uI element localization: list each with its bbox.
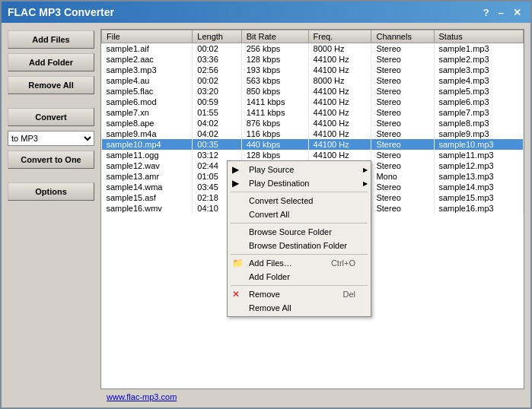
- add-files-button[interactable]: Add Files: [8, 30, 94, 49]
- cell-channels: Stereo: [371, 182, 434, 192]
- cell-channels: Stereo: [371, 86, 434, 97]
- cell-file: sample4.au: [102, 75, 193, 86]
- cell-file: sample2.aac: [102, 54, 193, 65]
- menu-separator: [231, 192, 368, 192]
- cell-file: sample1.aif: [102, 43, 193, 55]
- cell-status: sample11.mp3: [434, 150, 524, 160]
- spacer2: [8, 173, 94, 178]
- cell-status: sample6.mp3: [434, 97, 524, 107]
- menu-item-label: Browse Source Folder: [249, 227, 332, 236]
- cell-length: 02:56: [193, 65, 241, 75]
- cell-freq: 44100 Hz: [308, 54, 371, 65]
- cell-freq: 44100 Hz: [308, 118, 371, 128]
- cell-file: sample16.wmv: [102, 203, 193, 214]
- format-select[interactable]: to MP3to WAVto FLACto AACto OGG: [8, 131, 94, 146]
- add-folder-button[interactable]: Add Folder: [8, 53, 94, 71]
- website-link[interactable]: www.flac-mp3.com: [100, 388, 183, 406]
- col-file: File: [102, 30, 193, 43]
- menu-item-play-destination[interactable]: ▶Play Destination: [228, 176, 371, 190]
- format-row: to MP3to WAVto FLACto AACto OGG: [8, 131, 94, 146]
- col-status: Status: [434, 30, 524, 43]
- table-row[interactable]: sample5.flac03:20850 kbps44100 HzStereos…: [102, 86, 524, 97]
- cell-file: sample3.mp3: [102, 65, 193, 75]
- menu-item-icon: ▶: [232, 178, 239, 189]
- menu-item-browse-destination-folder[interactable]: Browse Destination Folder: [228, 239, 371, 252]
- minimize-button[interactable]: –: [495, 7, 507, 18]
- cell-freq: 44100 Hz: [308, 128, 371, 139]
- file-list-area: File Length Bit Rate Freq. Channels Stat…: [100, 23, 530, 407]
- table-row[interactable]: sample10.mp400:35440 kbps44100 HzStereos…: [102, 139, 524, 150]
- cell-file: sample14.wma: [102, 182, 193, 192]
- col-channels: Channels: [371, 30, 434, 43]
- menu-item-add-files…[interactable]: 📁Add Files…Ctrl+O: [228, 256, 371, 270]
- cell-channels: Stereo: [371, 65, 434, 75]
- col-freq: Freq.: [308, 30, 371, 43]
- cell-freq: 44100 Hz: [308, 97, 371, 107]
- menu-item-label: Add Files…: [249, 258, 292, 268]
- menu-item-label: Add Folder: [249, 272, 290, 281]
- table-row[interactable]: sample6.mod00:591411 kbps44100 HzStereos…: [102, 97, 524, 107]
- cell-freq: 44100 Hz: [308, 139, 371, 150]
- table-row[interactable]: sample7.xn01:551411 kbps44100 HzStereosa…: [102, 107, 524, 118]
- cell-channels: Stereo: [371, 118, 434, 128]
- options-button[interactable]: Options: [8, 182, 94, 201]
- convert-button[interactable]: Convert: [8, 108, 94, 126]
- cell-length: 00:02: [193, 75, 241, 86]
- cell-length: 03:20: [193, 86, 241, 97]
- menu-item-remove[interactable]: ✕RemoveDel: [228, 287, 371, 301]
- cell-bitrate: 128 kbps: [241, 54, 308, 65]
- cell-file: sample12.wav: [102, 160, 193, 171]
- cell-status: sample10.mp3: [434, 139, 524, 150]
- menu-item-convert-selected[interactable]: Convert Selected: [228, 194, 371, 208]
- cell-file: sample13.amr: [102, 171, 193, 182]
- cell-status: sample2.mp3: [434, 54, 524, 65]
- file-table: File Length Bit Rate Freq. Channels Stat…: [100, 29, 524, 389]
- col-length: Length: [193, 30, 241, 43]
- spacer1: [8, 99, 94, 103]
- cell-bitrate: 876 kbps: [241, 118, 308, 128]
- cell-channels: Stereo: [371, 107, 434, 118]
- cell-file: sample10.mp4: [102, 139, 193, 150]
- cell-bitrate: 850 kbps: [241, 86, 308, 97]
- cell-length: 00:35: [193, 139, 241, 150]
- cell-channels: Stereo: [371, 75, 434, 86]
- cell-channels: Stereo: [371, 139, 434, 150]
- table-row[interactable]: sample1.aif00:02256 kbps8000 HzStereosam…: [102, 43, 524, 55]
- close-button[interactable]: ✕: [510, 7, 524, 18]
- table-row[interactable]: sample4.au00:02563 kbps8000 HzStereosamp…: [102, 75, 524, 86]
- menu-item-remove-all[interactable]: Remove All: [228, 301, 371, 315]
- cell-bitrate: 1411 kbps: [241, 107, 308, 118]
- menu-item-shortcut: Ctrl+O: [331, 258, 355, 268]
- menu-item-icon: 📁: [232, 258, 244, 268]
- cell-freq: 44100 Hz: [308, 107, 371, 118]
- convert-to-one-button[interactable]: Convert to One: [8, 151, 94, 169]
- table-header: File Length Bit Rate Freq. Channels Stat…: [102, 30, 524, 43]
- menu-item-add-folder[interactable]: Add Folder: [228, 270, 371, 284]
- cell-channels: Stereo: [371, 128, 434, 139]
- table-row[interactable]: sample11.ogg03:12128 kbps44100 HzStereos…: [102, 150, 524, 160]
- menu-item-browse-source-folder[interactable]: Browse Source Folder: [228, 225, 371, 239]
- cell-channels: Stereo: [371, 150, 434, 160]
- main-content: Add Files Add Folder Remove All Convert …: [2, 23, 530, 407]
- menu-item-play-source[interactable]: ▶Play Source: [228, 163, 371, 176]
- cell-channels: Stereo: [371, 43, 434, 55]
- table-row[interactable]: sample9.m4a04:02116 kbps44100 HzStereosa…: [102, 128, 524, 139]
- cell-status: sample7.mp3: [434, 107, 524, 118]
- menu-item-label: Play Destination: [249, 179, 310, 188]
- cell-status: sample15.mp3: [434, 192, 524, 203]
- table-row[interactable]: sample8.ape04:02876 kbps44100 HzStereosa…: [102, 118, 524, 128]
- menu-item-convert-all[interactable]: Convert All: [228, 208, 371, 221]
- cell-status: sample3.mp3: [434, 65, 524, 75]
- title-bar-buttons: ? – ✕: [480, 7, 524, 18]
- remove-all-button[interactable]: Remove All: [8, 76, 94, 94]
- col-bitrate: Bit Rate: [241, 30, 308, 43]
- help-button[interactable]: ?: [480, 7, 492, 18]
- table-row[interactable]: sample2.aac03:36128 kbps44100 HzStereosa…: [102, 54, 524, 65]
- window-title: FLAC MP3 Converter: [8, 6, 114, 18]
- cell-channels: Stereo: [371, 160, 434, 171]
- cell-status: sample4.mp3: [434, 75, 524, 86]
- table-row[interactable]: sample3.mp302:56193 kbps44100 HzStereosa…: [102, 65, 524, 75]
- cell-file: sample7.xn: [102, 107, 193, 118]
- menu-item-label: Convert Selected: [249, 196, 313, 205]
- cell-channels: Stereo: [371, 203, 434, 214]
